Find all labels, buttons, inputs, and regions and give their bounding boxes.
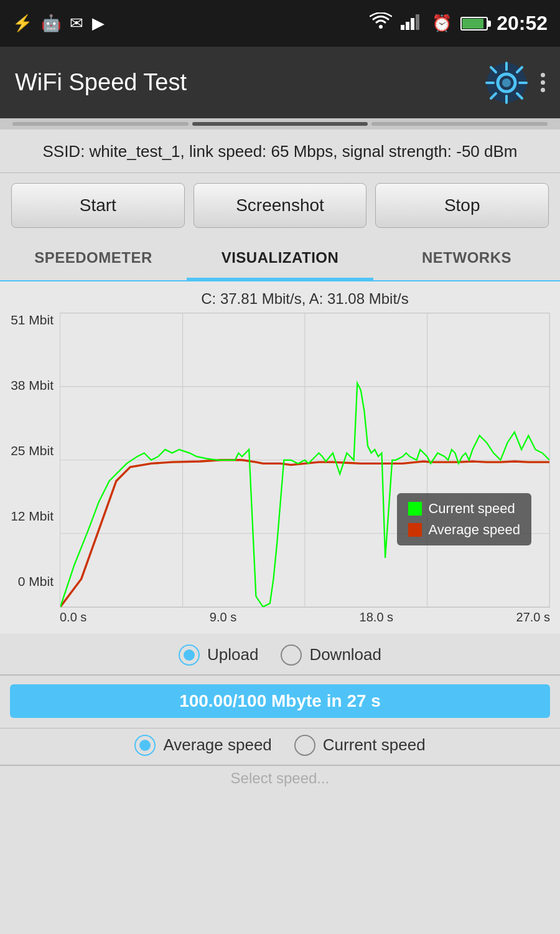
chart-stats: C: 37.81 Mbit/s, A: 31.08 Mbit/s (60, 290, 550, 308)
progress-bar-row: 100.00/100 Mbyte in 27 s (0, 676, 560, 728)
chart-svg-wrap: Current speed Average speed (60, 313, 550, 608)
average-speed-circle[interactable] (134, 735, 156, 756)
svg-rect-3 (411, 18, 414, 30)
chart-wrap: 51 Mbit 38 Mbit 25 Mbit 12 Mbit 0 Mbit (10, 313, 550, 608)
speed-mode-row: Average speed Current speed (0, 728, 560, 765)
select-speed[interactable]: Select speed... (0, 766, 560, 791)
svg-rect-2 (406, 22, 409, 30)
app-bar: WiFi Speed Test (0, 47, 560, 118)
tab-visualization[interactable]: VISUALIZATION (187, 238, 373, 280)
x-axis: 0.0 s 9.0 s 18.0 s 27.0 s (60, 608, 550, 627)
alarm-icon: ⏰ (432, 14, 452, 33)
legend-current-label: Current speed (428, 501, 515, 517)
usb-icon: ⚡ (12, 14, 32, 33)
y-label-25: 25 Mbit (11, 443, 54, 458)
chart-svg (60, 313, 550, 608)
scroll-indicator (0, 118, 560, 130)
tabs: SPEEDOMETER VISUALIZATION NETWORKS (0, 238, 560, 281)
email-icon: ✉ (70, 14, 83, 33)
y-label-51: 51 Mbit (11, 313, 54, 328)
average-speed-label: Average speed (163, 735, 271, 755)
upload-download-row: Upload Download (0, 633, 560, 674)
upload-radio-inner (184, 649, 195, 661)
upload-radio[interactable]: Upload (179, 644, 258, 666)
screenshot-button[interactable]: Screenshot (194, 183, 367, 228)
progress-text: 100.00/100 Mbyte in 27 s (179, 691, 381, 711)
app-bar-actions (485, 61, 545, 105)
action-buttons: Start Screenshot Stop (0, 173, 560, 238)
legend-average: Average speed (408, 522, 520, 538)
x-label-18: 18.0 s (360, 610, 393, 625)
current-speed-radio[interactable]: Current speed (294, 735, 426, 756)
status-bar: ⚡ 🤖 ✉ ▶ ⏰ (0, 0, 560, 47)
legend-average-box (408, 523, 422, 537)
upload-radio-circle[interactable] (179, 644, 200, 666)
progress-bar: 100.00/100 Mbyte in 27 s (10, 684, 550, 718)
status-time: 20:52 (497, 12, 548, 35)
x-label-27: 27.0 s (516, 610, 550, 625)
upload-label: Upload (207, 645, 258, 664)
average-speed-inner (139, 740, 151, 751)
chart-container: C: 37.81 Mbit/s, A: 31.08 Mbit/s 51 Mbit… (0, 281, 560, 633)
chart-legend: Current speed Average speed (397, 493, 531, 545)
play-icon: ▶ (92, 14, 105, 33)
more-vertical-icon[interactable] (541, 73, 545, 92)
start-button[interactable]: Start (11, 183, 185, 228)
app-title: WiFi Speed Test (15, 69, 187, 96)
legend-current: Current speed (408, 501, 520, 517)
y-label-38: 38 Mbit (11, 378, 54, 393)
svg-point-0 (379, 25, 383, 29)
current-speed-circle[interactable] (294, 735, 315, 756)
download-radio[interactable]: Download (281, 644, 381, 666)
y-label-0: 0 Mbit (18, 574, 54, 589)
download-label: Download (309, 645, 381, 664)
status-icons-right: ⏰ 20:52 (370, 12, 548, 35)
scroll-seg-3 (371, 122, 548, 126)
legend-average-label: Average speed (428, 522, 520, 538)
status-icons-left: ⚡ 🤖 ✉ ▶ (12, 14, 105, 33)
svg-point-15 (502, 78, 511, 87)
svg-rect-1 (401, 25, 404, 30)
gear-logo-icon (485, 61, 528, 105)
legend-current-box (408, 502, 422, 516)
y-axis: 51 Mbit 38 Mbit 25 Mbit 12 Mbit 0 Mbit (10, 313, 60, 608)
download-radio-circle[interactable] (281, 644, 302, 666)
average-speed-radio[interactable]: Average speed (134, 735, 271, 756)
scroll-seg-1 (12, 122, 189, 126)
tab-networks[interactable]: NETWORKS (373, 238, 560, 280)
battery-icon (460, 17, 488, 31)
ssid-text: SSID: white_test_1, link speed: 65 Mbps,… (42, 142, 517, 161)
main-content: SSID: white_test_1, link speed: 65 Mbps,… (0, 130, 560, 791)
svg-rect-4 (416, 14, 419, 30)
signal-icon (401, 12, 423, 34)
tab-speedometer[interactable]: SPEEDOMETER (0, 238, 187, 280)
ssid-info: SSID: white_test_1, link speed: 65 Mbps,… (0, 130, 560, 173)
android-icon: 🤖 (41, 14, 61, 33)
y-label-12: 12 Mbit (11, 509, 54, 524)
wifi-icon (370, 12, 392, 34)
stop-button[interactable]: Stop (375, 183, 549, 228)
x-label-9: 9.0 s (210, 610, 236, 625)
current-speed-label: Current speed (323, 735, 426, 755)
x-label-0: 0.0 s (60, 610, 86, 625)
scroll-seg-2 (192, 122, 368, 126)
